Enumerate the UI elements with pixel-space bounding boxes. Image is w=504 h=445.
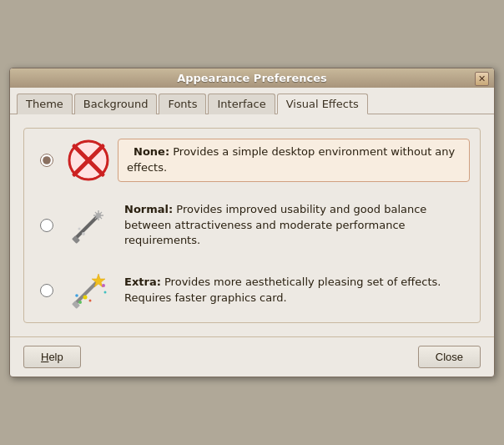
svg-point-20 [89, 300, 92, 302]
icon-normal-col [59, 204, 118, 247]
tab-interface[interactable]: Interface [208, 94, 275, 114]
option-normal-text: Normal: Provides improved usability and … [118, 202, 470, 250]
option-extra-row: Extra: Provides more aesthetically pleas… [34, 269, 470, 312]
option-none-text: None: Provides a simple desktop environm… [127, 145, 455, 174]
close-icon: ✕ [478, 73, 486, 84]
svg-point-19 [75, 294, 78, 297]
window-title: Appearance Preferences [177, 72, 327, 84]
appearance-preferences-window: Appearance Preferences ✕ Theme Backgroun… [9, 68, 495, 378]
icon-extra-col [59, 269, 118, 312]
help-button[interactable]: Help [23, 346, 81, 368]
no-effects-icon [67, 139, 110, 182]
titlebar: Appearance Preferences ✕ [10, 68, 494, 88]
radio-none[interactable] [40, 154, 53, 167]
tab-fonts[interactable]: Fonts [159, 94, 206, 114]
option-none-row: None: Provides a simple desktop environm… [34, 139, 470, 182]
svg-point-18 [78, 301, 82, 304]
svg-point-12 [82, 232, 85, 235]
radio-extra[interactable] [40, 284, 53, 297]
icon-none-col [59, 139, 118, 182]
svg-line-14 [75, 283, 96, 304]
radio-normal-col [34, 219, 59, 232]
normal-effects-icon [67, 204, 110, 247]
radio-none-col [34, 154, 59, 167]
svg-point-21 [102, 284, 105, 287]
svg-point-17 [83, 296, 88, 300]
extra-effects-icon [67, 269, 110, 312]
radio-extra-col [34, 284, 59, 297]
close-window-button[interactable]: ✕ [475, 72, 489, 86]
svg-point-22 [104, 291, 107, 294]
footer: Help Close [10, 336, 494, 377]
tab-bar: Theme Background Fonts Interface Visual … [10, 88, 494, 114]
close-button[interactable]: Close [418, 346, 481, 368]
radio-normal[interactable] [40, 219, 53, 232]
option-none-box: None: Provides a simple desktop environm… [118, 139, 470, 182]
option-normal-row: Normal: Provides improved usability and … [34, 202, 470, 250]
visual-effects-options: None: Provides a simple desktop environm… [23, 128, 481, 324]
tab-theme[interactable]: Theme [17, 94, 73, 114]
option-extra-text: Extra: Provides more aesthetically pleas… [118, 275, 470, 306]
svg-point-13 [78, 228, 81, 230]
tab-visual-effects[interactable]: Visual Effects [277, 94, 368, 114]
tab-background[interactable]: Background [74, 94, 158, 114]
tab-content: None: Provides a simple desktop environm… [10, 114, 494, 337]
